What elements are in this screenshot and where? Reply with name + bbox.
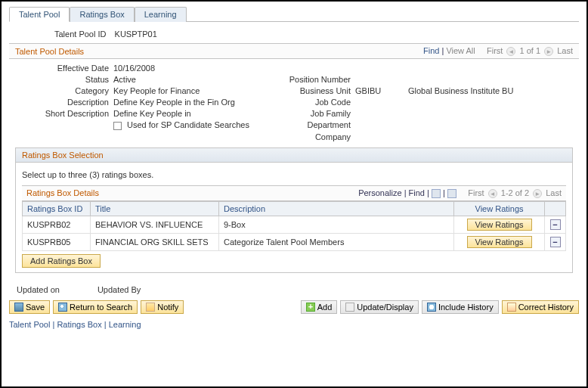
sp-candidate-label: Used for SP Candidate Searches [127, 120, 249, 129]
short-desc-label: Short Description [15, 109, 113, 118]
add-ratings-box-button[interactable]: Add Ratings Box [22, 254, 101, 268]
job-family-label: Job Family [265, 109, 355, 118]
business-unit-label: Business Unit [265, 86, 355, 95]
ratings-details-title: Ratings Box Details [26, 188, 99, 197]
col-delete [545, 201, 566, 216]
ratings-nav: Personalize | Find | | First ◄ 1-2 of 2 … [358, 188, 562, 198]
correct-history-button[interactable]: Correct History [502, 300, 579, 314]
view-all: View All [446, 46, 475, 55]
eff-date-value: 10/16/2008 [113, 64, 265, 73]
view-ratings-button[interactable]: View Ratings [467, 219, 532, 231]
eff-date-label: Effective Date [15, 64, 113, 73]
position-number-label: Position Number [265, 75, 355, 84]
last-label: Last [557, 46, 573, 55]
grid-pager: 1-2 of 2 [501, 188, 529, 197]
status-label: Status [15, 75, 113, 84]
grid-first: First [468, 188, 484, 197]
delete-row-button[interactable]: − [550, 219, 561, 230]
notify-icon [146, 303, 155, 312]
update-display-button[interactable]: Update/Display [340, 300, 419, 314]
department-label: Department [265, 120, 355, 130]
grid-last: Last [546, 188, 562, 197]
talent-pool-id-value: KUSPTP01 [115, 29, 157, 39]
find-grid-link[interactable]: Find [409, 188, 425, 197]
footer-talent-pool[interactable]: Talent Pool [9, 320, 50, 329]
ratings-instruction: Select up to three (3) ratings boxes. [22, 170, 566, 179]
ratings-box-selection: Ratings Box Selection Select up to three… [15, 147, 573, 273]
col-desc[interactable]: Description [219, 201, 454, 216]
personalize-link[interactable]: Personalize [358, 188, 401, 197]
cell-title: FINANCIAL ORG SKILL SETS [91, 233, 219, 250]
tab-learning[interactable]: Learning [135, 7, 187, 22]
updated-on-label: Updated on [17, 285, 60, 294]
footer-links: Talent Pool | Ratings Box | Learning [9, 320, 579, 329]
search-icon [58, 303, 67, 312]
company-label: Company [265, 132, 355, 141]
cell-desc: 9-Box [219, 216, 454, 233]
ratings-box-title: Ratings Box Selection [16, 148, 572, 163]
view-ratings-button[interactable]: View Ratings [467, 236, 532, 248]
next-icon: ► [544, 47, 553, 56]
ratings-table: Ratings Box ID Title Description View Ra… [22, 201, 566, 251]
col-view: View Ratings [454, 201, 545, 216]
delete-row-button[interactable]: − [550, 237, 561, 247]
tab-strip: Talent Pool Ratings Box Learning [9, 6, 579, 22]
update-icon [345, 303, 354, 312]
business-unit-value: GBIBU [355, 86, 408, 95]
table-row: KUSPRB02 BEHAVIOR VS. INFLUENCE 9-Box Vi… [23, 216, 566, 233]
updated-by-label: Updated By [97, 285, 141, 294]
cell-desc: Categorize Talent Pool Members [219, 233, 454, 250]
grid-next-icon: ► [533, 189, 542, 198]
description-value: Define Key People in the Fin Org [113, 98, 265, 107]
business-unit-desc: Global Business Institute BU [408, 86, 573, 95]
first-label: First [487, 46, 503, 55]
download-icon[interactable] [447, 189, 456, 198]
add-button[interactable]: Add [301, 300, 338, 314]
category-value: Key People for Finance [113, 86, 265, 95]
details-block: Effective Date 10/16/2008 Status Active … [9, 59, 579, 279]
cell-title: BEHAVIOR VS. INFLUENCE [91, 216, 219, 233]
cell-id: KUSPRB05 [23, 233, 91, 250]
sp-candidate-checkbox[interactable] [113, 122, 122, 130]
tab-ratings-box[interactable]: Ratings Box [70, 7, 134, 22]
notify-button[interactable]: Notify [141, 300, 184, 314]
col-title[interactable]: Title [91, 201, 219, 216]
zoom-icon[interactable] [432, 189, 441, 198]
save-icon [14, 303, 23, 312]
col-id[interactable]: Ratings Box ID [23, 201, 91, 216]
pager-text: 1 of 1 [520, 46, 541, 55]
footer-learning[interactable]: Learning [109, 320, 141, 329]
cell-id: KUSPRB02 [23, 216, 91, 233]
section-title: Talent Pool Details [15, 47, 84, 56]
table-row: KUSPRB05 FINANCIAL ORG SKILL SETS Catego… [23, 233, 566, 250]
action-bar: Save Return to Search Notify Add Update/… [9, 300, 579, 314]
talent-pool-id-label: Talent Pool ID [54, 29, 106, 39]
status-value: Active [113, 75, 265, 84]
prev-icon: ◄ [506, 47, 515, 56]
category-label: Category [15, 86, 113, 95]
add-icon [306, 303, 315, 312]
include-history-button[interactable]: Include History [422, 300, 499, 314]
grid-prev-icon: ◄ [488, 189, 497, 198]
history-icon [427, 303, 436, 312]
save-button[interactable]: Save [9, 300, 50, 314]
tab-talent-pool[interactable]: Talent Pool [9, 7, 70, 22]
job-code-label: Job Code [265, 98, 355, 107]
section-nav: Find | View All First ◄ 1 of 1 ► Last [423, 46, 573, 56]
footer-ratings-box[interactable]: Ratings Box [57, 320, 101, 329]
return-to-search-button[interactable]: Return to Search [53, 300, 138, 314]
correct-icon [507, 303, 516, 312]
find-link[interactable]: Find [423, 46, 439, 55]
description-label: Description [15, 98, 113, 107]
short-desc-value: Define Key People in [113, 109, 265, 118]
